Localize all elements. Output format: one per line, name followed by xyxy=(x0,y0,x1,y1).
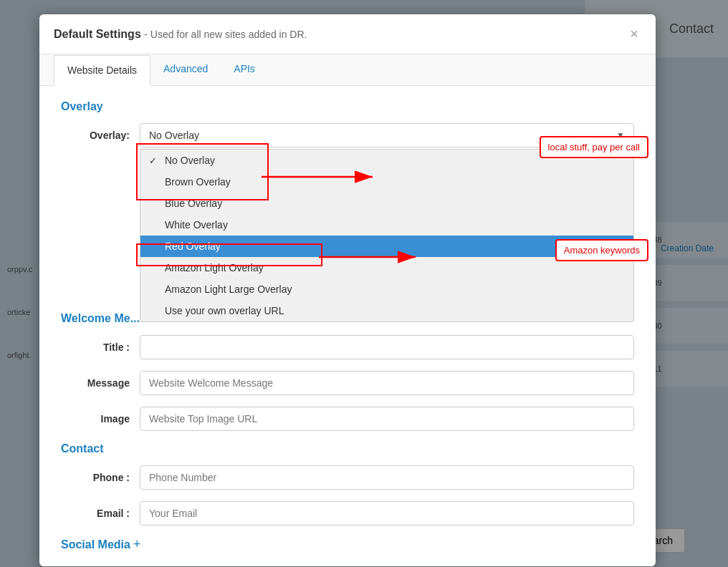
modal-dialog: Default Settings - Used for all new site… xyxy=(39,14,656,566)
tab-apis[interactable]: APIs xyxy=(221,54,268,86)
image-input[interactable] xyxy=(140,407,634,431)
message-label: Message xyxy=(61,377,140,389)
overlay-option-own-url[interactable]: Use your own overlay URL xyxy=(140,300,633,321)
phone-input[interactable] xyxy=(140,465,634,490)
image-label: Image xyxy=(61,413,140,425)
title-row: Title : xyxy=(61,335,634,359)
contact-section: Contact Phone : Email : xyxy=(61,442,634,525)
modal-body: Overlay Overlay: No Overlay ▼ ✓ No Overl… xyxy=(39,86,656,566)
modal-title: Default Settings - Used for all new site… xyxy=(54,28,307,41)
arrow-1-icon xyxy=(262,166,405,188)
modal-header: Default Settings - Used for all new site… xyxy=(39,14,656,54)
social-media-plus-button[interactable]: + xyxy=(133,537,141,552)
overlay-row: Overlay: No Overlay ▼ ✓ No Overlay Brown… xyxy=(61,123,634,147)
annotation-label-2: Amazon keywords xyxy=(555,239,648,261)
email-label: Email : xyxy=(61,508,140,519)
overlay-label: Overlay: xyxy=(61,130,140,141)
welcome-section: Welcome Me... Title : Message Image xyxy=(61,312,634,431)
tab-bar: Website Details Advanced APIs xyxy=(39,54,656,86)
social-media-title: Social Media xyxy=(61,538,130,551)
annotation-label-1: local stuff, pay per call xyxy=(540,136,648,158)
message-input[interactable] xyxy=(140,371,634,395)
email-input[interactable] xyxy=(140,501,634,525)
image-row: Image xyxy=(61,407,634,431)
title-input[interactable] xyxy=(140,335,634,359)
overlay-option-amazon-light-large[interactable]: Amazon Light Large Overlay xyxy=(140,278,633,300)
message-row: Message xyxy=(61,371,634,395)
phone-row: Phone : xyxy=(61,465,634,490)
tab-website-details[interactable]: Website Details xyxy=(54,55,150,86)
email-row: Email : xyxy=(61,501,634,525)
overlay-option-blue[interactable]: Blue Overlay xyxy=(140,193,633,214)
overlay-section-title: Overlay xyxy=(61,100,634,113)
tab-advanced[interactable]: Advanced xyxy=(150,54,221,86)
title-label: Title : xyxy=(61,341,140,353)
social-media-section: Social Media + xyxy=(61,537,634,552)
arrow-2-icon xyxy=(319,250,448,264)
modal-close-button[interactable]: × xyxy=(627,26,641,42)
overlay-option-white[interactable]: White Overlay xyxy=(140,214,633,236)
phone-label: Phone : xyxy=(61,472,140,483)
contact-section-title: Contact xyxy=(61,442,634,455)
